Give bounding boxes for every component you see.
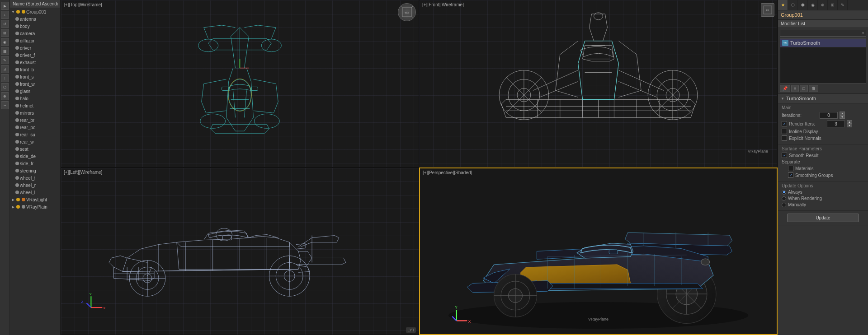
label-seat: seat [20, 147, 28, 152]
tab-motion[interactable]: ◉ [808, 0, 818, 10]
tree-item-rear-br[interactable]: rear_br [14, 116, 60, 124]
toolbar-btn-10[interactable]: ⬡ [1, 83, 9, 91]
tree-item-glass[interactable]: glass [14, 88, 60, 95]
tree-item-helmet[interactable]: helmet [14, 102, 60, 109]
toolbar-btn-6[interactable]: ▦ [1, 47, 9, 55]
always-label: Always [788, 190, 824, 195]
dot-diffuzor [15, 39, 19, 42]
svg-text:X: X [103, 306, 106, 310]
toolbar-btn-select[interactable]: ▶ [1, 2, 9, 10]
tree-item-front-s[interactable]: front_s [14, 73, 60, 80]
tree-item-rear-su[interactable]: rear_su [14, 131, 60, 138]
svg-line-3 [411, 17, 413, 19]
tree-item-wheel-f[interactable]: wheel_f [14, 174, 60, 181]
viewport-perspective[interactable]: [+][Perspective][Shaded] VRayPlane [419, 168, 778, 335]
render-iters-checkbox[interactable]: ✓ [782, 121, 787, 126]
smooth-result-checkbox[interactable]: ✓ [782, 153, 787, 158]
dot-steering [15, 169, 19, 172]
toolbar-btn-5[interactable]: ◉ [1, 38, 9, 46]
view-cube-front[interactable]: FR [761, 3, 774, 17]
dot-front-w [15, 82, 19, 86]
smooth-result-row: ✓ Smooth Result [782, 153, 864, 158]
svg-text:Y: Y [89, 292, 92, 296]
iterations-down-btn[interactable]: ▼ [840, 115, 845, 119]
viewport-left[interactable]: [+][Left][Wireframe] LYT [61, 168, 419, 335]
render-iters-input[interactable] [827, 121, 845, 127]
tab-extra[interactable]: ✎ [838, 0, 848, 10]
isoline-row: Isoline Display [782, 129, 864, 134]
tab-create[interactable]: ★ [778, 0, 788, 10]
when-rendering-radio[interactable] [782, 196, 786, 201]
nav-cube-top[interactable]: TOP [398, 3, 416, 21]
smoothing-groups-row: ✓ Smoothing Groups [782, 172, 864, 178]
main-content: [+][Top][Wireframe] TOP [61, 0, 778, 335]
tree-item-body[interactable]: body [14, 23, 60, 30]
toolbar-btn-scale[interactable]: ⊞ [1, 29, 9, 37]
explicit-normals-checkbox[interactable] [782, 135, 787, 141]
modifier-dropdown[interactable]: ▾ [780, 30, 866, 37]
expand-icon-group001[interactable]: ▼ [11, 9, 15, 14]
label-steering: steering [20, 168, 36, 173]
toolbar-btn-7[interactable]: ✎ [1, 56, 9, 64]
tab-modify[interactable]: ⬡ [788, 0, 798, 10]
make-unique-btn[interactable]: □ [800, 85, 807, 92]
modifier-list-box[interactable]: TS TurboSmooth [780, 38, 866, 84]
toolbar-btn-8[interactable]: ⊿ [1, 65, 9, 73]
label-front-w: front_w [20, 82, 35, 87]
toolbar-btn-move[interactable]: + [1, 11, 9, 19]
tree-item-seat[interactable]: seat [14, 145, 60, 153]
viewport-top[interactable]: [+][Top][Wireframe] TOP [61, 0, 419, 168]
always-radio[interactable] [782, 190, 786, 195]
modifier-item-turbosmooth[interactable]: TS TurboSmooth [780, 39, 866, 47]
svg-point-51 [594, 13, 603, 20]
tree-item-vraylight[interactable]: ▶ VRayLight [10, 196, 60, 203]
render-iters-up-btn[interactable]: ▲ [847, 120, 852, 124]
toolbar-btn-9[interactable]: ↕ [1, 74, 9, 82]
tree-item-exhaust[interactable]: exhaust [14, 59, 60, 66]
toolbar-btn-12[interactable]: ↔ [1, 101, 9, 109]
remove-modifier-btn[interactable]: 🗑 [809, 85, 818, 92]
tree-item-antenna[interactable]: antenna [14, 15, 60, 23]
tab-display[interactable]: ⊕ [818, 0, 828, 10]
tree-item-halo[interactable]: halo [14, 95, 60, 102]
toolbar-btn-rotate[interactable]: ↺ [1, 20, 9, 28]
manually-radio[interactable] [782, 203, 786, 207]
tab-utilities[interactable]: ⊞ [828, 0, 838, 10]
tab-hierarchy[interactable]: ⬢ [798, 0, 808, 10]
dot2-group001 [22, 10, 25, 14]
tree-item-driver[interactable]: driver [14, 44, 60, 51]
tree-item-camera[interactable]: camera [14, 30, 60, 37]
tree-item-steering[interactable]: steering [14, 167, 60, 174]
toolbar-btn-11[interactable]: ⊕ [1, 92, 9, 100]
tree-item-rear-po[interactable]: rear_po [14, 124, 60, 131]
tree-item-driver-f[interactable]: driver_f [14, 51, 60, 59]
viewport-front[interactable]: [+][Front][Wireframe] FR VRayPlane [419, 0, 778, 168]
tree-item-front-w[interactable]: front_w [14, 80, 60, 88]
tree-item-vrayplain[interactable]: ▶ VRayPlain [10, 203, 60, 210]
label-driver: driver [20, 46, 31, 51]
render-iters-row: ✓ Render Iters: ▲ ▼ [782, 120, 864, 127]
iterations-up-btn[interactable]: ▲ [840, 112, 845, 115]
tree-item-group001[interactable]: ▼ Group001 [10, 8, 60, 15]
dot-driver-f [15, 53, 19, 57]
tree-item-wheel-r[interactable]: wheel_r [14, 181, 60, 189]
tree-item-front-b[interactable]: front_b [14, 66, 60, 73]
iterations-input[interactable] [820, 112, 838, 119]
tree-item-wheel-l[interactable]: wheel_l [14, 189, 60, 196]
tree-item-rear-w[interactable]: rear_w [14, 138, 60, 145]
tree-item-side-fr[interactable]: side_fr [14, 160, 60, 167]
render-iters-down-btn[interactable]: ▼ [847, 124, 852, 127]
smoothing-groups-checkbox[interactable]: ✓ [788, 172, 793, 178]
show-result-btn[interactable]: ≡ [791, 85, 799, 92]
isoline-checkbox[interactable] [782, 129, 787, 134]
update-button[interactable]: Update [787, 214, 859, 222]
materials-checkbox[interactable] [788, 166, 793, 171]
tree-item-diffuzor[interactable]: diffuzor [14, 37, 60, 44]
scene-tree[interactable]: ▼ Group001 antenna body camera diffuzor [10, 8, 60, 335]
tree-item-side-de[interactable]: side_de [14, 153, 60, 160]
dot-camera [15, 32, 19, 35]
pin-stack-btn[interactable]: 📌 [780, 85, 790, 92]
when-rendering-label: When Rendering [788, 196, 824, 201]
tree-item-mirrors[interactable]: mirrors [14, 109, 60, 116]
turbosmooth-header[interactable]: ▼ TurboSmooth [778, 94, 868, 103]
